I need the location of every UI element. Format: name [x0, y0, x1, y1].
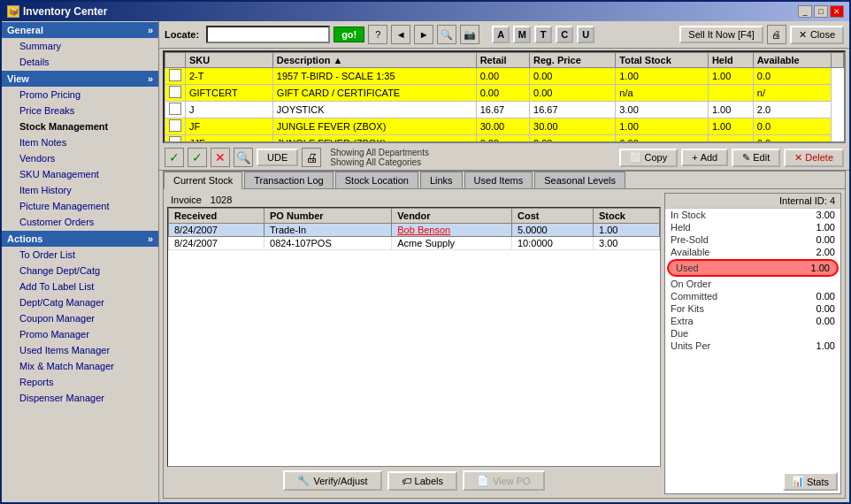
total-stock-cell: 1.00 [616, 118, 709, 135]
sidebar-item-vendors[interactable]: Vendors [2, 150, 158, 166]
label-icon: 🏷 [402, 476, 411, 486]
sidebar-view-header[interactable]: View » [2, 71, 158, 87]
tab-seasonal-levels[interactable]: Seasonal Levels [534, 172, 625, 188]
row-checkbox[interactable] [169, 69, 181, 81]
stock-table-row[interactable]: 8/24/2007 0824-107POS Acme Supply 10:000… [169, 237, 660, 250]
desc-cell: JUNGLE FEVER (ZBOX) [272, 135, 476, 142]
sidebar-item-reports[interactable]: Reports [2, 374, 158, 390]
copy-button[interactable]: ⬜ Copy [619, 149, 678, 167]
table-row[interactable]: J JOYSTICK 16.67 16.67 3.00 1.00 2.0 [165, 102, 844, 118]
held-cell [708, 85, 753, 102]
checkmark-button[interactable]: ✓ [165, 148, 184, 167]
retail-cell: 0.00 [476, 135, 529, 142]
alpha-a-button[interactable]: A [492, 26, 510, 43]
sidebar-item-item-history[interactable]: Item History [2, 182, 158, 198]
held-cell: 1.00 [708, 68, 753, 85]
received-cell: 8/24/2007 [169, 237, 264, 250]
row-checkbox[interactable] [169, 103, 181, 115]
tab-current-stock[interactable]: Current Stock [164, 172, 242, 189]
locate-input[interactable] [206, 26, 330, 43]
stock-detail-table: Received PO Number Vendor Cost Stock [168, 208, 660, 250]
tab-transaction-log[interactable]: Transaction Log [244, 172, 333, 188]
maximize-button[interactable]: □ [814, 5, 828, 18]
alpha-m-button[interactable]: M [513, 26, 531, 43]
sidebar-general-header[interactable]: General » [2, 22, 158, 38]
close-button[interactable]: ✕ Close [790, 26, 844, 44]
x-button[interactable]: ✕ [211, 148, 230, 167]
checkmark2-button[interactable]: ✓ [188, 148, 207, 167]
sidebar-item-stock-management[interactable]: Stock Management [2, 118, 158, 134]
sidebar-item-to-order-list[interactable]: To Order List [2, 247, 158, 263]
stock-table-row[interactable]: 8/24/2007 Trade-In Bob Benson 5.0000 1.0… [169, 224, 660, 237]
help-button[interactable]: ? [368, 25, 387, 44]
stat-row-committed: Committed 0.00 [665, 290, 840, 302]
row-checkbox[interactable] [169, 119, 181, 132]
stock-cell: 1.00 [594, 224, 660, 237]
alpha-u-button[interactable]: U [577, 26, 594, 43]
camera-button[interactable]: 📷 [460, 25, 479, 44]
ude-button[interactable]: UDE [257, 149, 298, 166]
sidebar-actions-header[interactable]: Actions » [2, 231, 158, 247]
stats-button[interactable]: 📊 Stats [783, 472, 838, 491]
table-row[interactable]: GIFTCERT GIFT CARD / CERTIFICATE 0.00 0.… [165, 85, 844, 102]
go-button[interactable]: go! [334, 27, 364, 42]
labels-button[interactable]: 🏷 Labels [387, 471, 457, 491]
stats-panel: Internal ID: 4 In Stock 3.00 Held 1.00 [664, 193, 841, 494]
sidebar-item-summary[interactable]: Summary [2, 38, 158, 54]
sidebar-item-picture-management[interactable]: Picture Management [2, 198, 158, 214]
sidebar-item-mix-match-manager[interactable]: Mix & Match Manager [2, 358, 158, 374]
sku-cell: GIFTCERT [186, 85, 273, 102]
view-po-button[interactable]: 📄 View PO [463, 470, 545, 491]
sidebar-item-sku-management[interactable]: SKU Management [2, 166, 158, 182]
sidebar-item-promo-manager[interactable]: Promo Manager [2, 326, 158, 342]
sidebar-item-customer-orders[interactable]: Customer Orders [2, 214, 158, 230]
edit-button[interactable]: ✎ Edit [732, 149, 780, 167]
invoice-value: 1028 [211, 195, 232, 205]
delete-button[interactable]: ✕ Delete [784, 149, 844, 167]
vendor-cell: Acme Supply [392, 237, 512, 250]
sidebar-item-price-breaks[interactable]: Price Breaks [2, 103, 158, 118]
search-button[interactable]: 🔍 [437, 25, 456, 44]
available-cell: 0.0 [753, 118, 831, 135]
sell-it-now-button[interactable]: Sell It Now [F4] [679, 26, 763, 43]
invoice-area: Invoice 1028 Received PO Number Vendor [167, 193, 661, 494]
internal-id-label: Internal ID: [779, 195, 827, 206]
sidebar-item-item-notes[interactable]: Item Notes [2, 134, 158, 150]
printer-icon-button[interactable]: 🖨 [767, 25, 786, 44]
tab-stock-location[interactable]: Stock Location [335, 172, 418, 188]
sidebar-item-change-dept-catg[interactable]: Change Dept/Catg [2, 263, 158, 279]
table-row[interactable]: JJF JUNGLE FEVER (ZBOX) 0.00 0.00 6.00 6… [165, 135, 844, 142]
stat-row-units-per: Units Per 1.00 [665, 340, 840, 352]
print-button[interactable]: 🖨 [302, 148, 321, 167]
search2-button[interactable]: 🔍 [234, 148, 253, 167]
table-row[interactable]: JF JUNGLE FEVER (ZBOX) 30.00 30.00 1.00 … [165, 118, 844, 135]
sidebar-item-add-to-label-list[interactable]: Add To Label List [2, 279, 158, 294]
col-available: Available [753, 53, 831, 68]
stock-cell: 3.00 [594, 237, 660, 250]
sidebar-item-dept-catg-manager[interactable]: Dept/Catg Manager [2, 294, 158, 310]
sidebar-item-dispenser-manager[interactable]: Dispenser Manager [2, 390, 158, 406]
sidebar-item-used-items-manager[interactable]: Used Items Manager [2, 342, 158, 358]
table-row[interactable]: 2-T 1957 T-BIRD - SCALE 1:35 0.00 0.00 1… [165, 68, 844, 85]
row-checkbox[interactable] [169, 136, 181, 141]
filter-text: Showing All Departments Showing All Cate… [330, 148, 429, 167]
tab-links[interactable]: Links [420, 172, 463, 188]
verify-adjust-button[interactable]: 🔧 Verify/Adjust [283, 470, 381, 491]
alpha-t-button[interactable]: T [534, 26, 552, 43]
tab-used-items[interactable]: Used Items [464, 172, 533, 188]
back-button[interactable]: ◄ [391, 25, 410, 44]
stats-footer: 📊 Stats [665, 470, 840, 493]
forward-button[interactable]: ► [414, 25, 433, 44]
add-button[interactable]: + Add [681, 149, 728, 166]
close-window-button[interactable]: ✕ [830, 5, 844, 18]
col-scroll [832, 53, 844, 68]
retail-cell: 0.00 [476, 85, 529, 102]
sidebar-item-coupon-manager[interactable]: Coupon Manager [2, 310, 158, 326]
sidebar-item-details[interactable]: Details [2, 54, 158, 70]
stats-icon: 📊 [792, 476, 804, 487]
sidebar-item-promo-pricing[interactable]: Promo Pricing [2, 87, 158, 103]
main-content: Locate: go! ? ◄ ► 🔍 📷 A M T C U Sell It … [159, 21, 849, 502]
minimize-button[interactable]: _ [798, 5, 812, 18]
row-checkbox[interactable] [169, 86, 181, 98]
alpha-c-button[interactable]: C [556, 26, 573, 43]
